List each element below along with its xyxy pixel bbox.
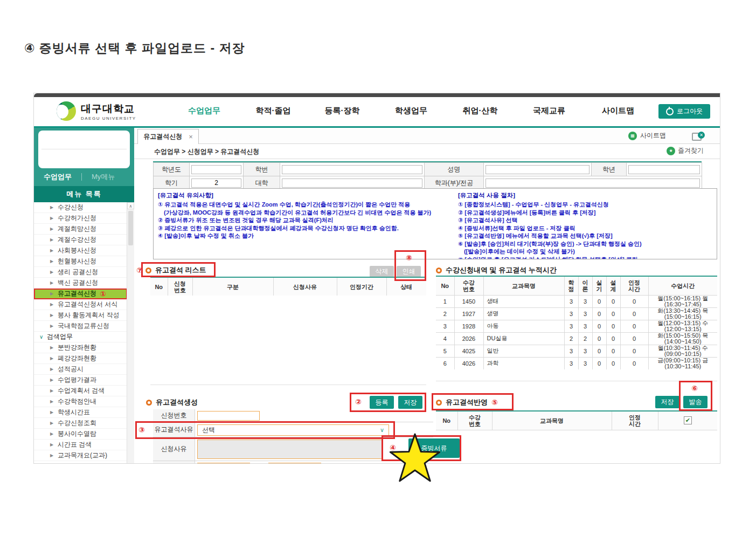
nav-item[interactable]: 사이트맵	[584, 106, 653, 116]
sitemap-button[interactable]: ▦ 사이트맵	[628, 131, 666, 140]
popup-window-icon[interactable]: ✕	[692, 132, 705, 140]
period-start-input[interactable]	[197, 463, 250, 464]
sidebar-menu-item[interactable]: ▶ 수업평가결과	[34, 375, 127, 386]
sidebar-menu-item[interactable]: ▶ 수업계획서 검색	[34, 386, 127, 396]
field-label-major: 학과(부)/전공	[425, 176, 484, 190]
nav-item[interactable]: 수업업무	[170, 106, 239, 116]
app-header: 대구대학교 DAEGU UNIVERSITY 수업업무 학적·졸업 등록·장학 …	[34, 97, 720, 126]
sidebar-menu-item[interactable]: ▶ 헌혈봉사신청	[34, 256, 127, 267]
sidebar-menu-item[interactable]: ▶ 수강학점안내	[34, 396, 127, 407]
course-row: 3 1928 아동 3 3 0 0 0 월(12:00~13:15) 수(12:…	[436, 320, 717, 332]
student-info-form: 학년도 학번 성명 학년 학기 대학 학과(부)/전공	[153, 162, 702, 190]
sidebar-menu-item[interactable]: ▶ 계절희망신청	[34, 224, 127, 235]
breadcrumb: 수업업무 > 신청업무 > 유고결석신청	[154, 147, 259, 156]
courses-table: No 수강 번호 교과목명 학 점 이 론 실 기 설 계 인정 시간 수업시간…	[436, 277, 717, 369]
sidebar-menu-item[interactable]: ▶ 생리 공결신청	[34, 267, 127, 278]
apply-save-button[interactable]: 저장	[655, 396, 679, 408]
tab-yugo-absence[interactable]: 유고결석신청 ×	[137, 129, 199, 144]
sidebar-menu-item[interactable]: ▶ 사회봉사신청	[34, 245, 127, 256]
attach-file-button[interactable]: 증빙서류	[408, 438, 460, 458]
menu-item-label: 수강신청	[58, 203, 84, 212]
chevron-down-icon: ∨	[380, 427, 384, 434]
nav-item[interactable]: 학적·졸업	[239, 106, 308, 116]
major-input[interactable]	[485, 179, 700, 188]
sidebar-menu-item[interactable]: ▶ 시간표 검색	[34, 440, 127, 450]
notice-line: ⑥ [발송]후 [승인]처리 대기(학과(부)장 승인) -> 단과대학 행정실…	[458, 240, 712, 248]
college-input[interactable]	[282, 179, 422, 188]
menu-item-label: 유고결석신청서 서식	[58, 300, 117, 309]
menu-item-label: 분반강좌현황	[58, 343, 96, 352]
sidebar-menu-item[interactable]: ▶ 수강허가신청	[34, 213, 127, 224]
grade-input[interactable]	[628, 165, 700, 174]
menu-item-label: 계절희망신청	[58, 224, 96, 234]
sidebar-menu-item[interactable]: ▶ 교과목개요(교과)	[34, 450, 127, 461]
nav-item[interactable]: 등록·장학	[308, 106, 377, 116]
favorite-button[interactable]: ★ 즐겨찾기	[667, 146, 704, 155]
sidebar: 수업업무 My메뉴 메뉴 목록 ▶ 수강신청 ▶ 수강허가신청	[34, 128, 134, 463]
sidebar-menu-item[interactable]: ▶ 성적공시	[34, 364, 127, 375]
menu-arrow-icon: ▶	[50, 259, 54, 264]
menu-arrow-icon: ▶	[50, 356, 54, 361]
sidebar-menu-item[interactable]: ▶ 계절수강신청	[34, 235, 127, 245]
print-button[interactable]: 인쇄	[397, 266, 421, 277]
student-no-input[interactable]	[282, 165, 422, 174]
notice-line: ③ [유고결석사유] 선택	[458, 216, 712, 224]
menu-item-label: 국내학점교류신청	[58, 321, 109, 331]
scroll-up-icon[interactable]: ∧	[127, 202, 134, 209]
nav-item[interactable]: 학생업무	[377, 106, 446, 116]
sidebar-menu-item[interactable]: ∨ 검색업무	[34, 332, 127, 342]
absence-list-table: No 신청 번호 구분 신청사유 인정기간 상태	[150, 278, 426, 296]
app-no-input[interactable]	[197, 411, 260, 421]
menu-arrow-icon: ▶	[50, 367, 54, 372]
sidebar-menu-item[interactable]: ▶ 유고결석신청서 서식	[34, 299, 127, 310]
menu-item-label: 사회봉사신청	[58, 246, 96, 255]
sidebar-menu-item[interactable]: ▶ 폐강강좌현황	[34, 353, 127, 364]
apply-title: 유고결석반영 ⑤	[436, 397, 498, 407]
annotation-5: ⑤	[491, 398, 498, 407]
notice-line: ④ [증빙서류]선택 후 파일 업로드 - 저장 클릭	[458, 224, 712, 232]
nav-item[interactable]: 국제교류	[515, 106, 584, 116]
menu-item-label: 백신 공결신청	[58, 278, 98, 287]
logout-button[interactable]: 로그아웃	[658, 104, 710, 119]
sidebar-menu-item[interactable]: ▶ 학생시간표	[34, 407, 127, 418]
sidebar-tab-mymenu[interactable]: My메뉴	[82, 172, 124, 182]
menu-arrow-icon: ▶	[50, 388, 54, 393]
sidebar-menu-item[interactable]: ▶ 국내학점교류신청	[34, 321, 127, 332]
logo-title: 대구대학교	[81, 102, 136, 116]
sidebar-menu-item[interactable]: ▶ 수강신청조회	[34, 418, 127, 429]
menu-item-label: 수업계획서 검색	[58, 386, 105, 395]
scrollbar-thumb[interactable]	[128, 211, 133, 245]
page: ④ 증빙서류 선택 후 파일업로드 - 저장 대구대학교 DAEGU UNIVE…	[0, 0, 756, 535]
sidebar-menu-item[interactable]: ▶ 봉사 활동계획서 작성	[34, 310, 127, 321]
reason-select[interactable]: 선택 ∨	[197, 424, 389, 436]
logo-subtitle: DAEGU UNIVERSITY	[81, 116, 136, 121]
send-button[interactable]: 발송	[683, 396, 708, 408]
sidebar-menu-item[interactable]: ▶ 백신 공결신청	[34, 278, 127, 289]
nav-item[interactable]: 취업·산학	[446, 106, 515, 116]
course-row: 1 1450 생태 3 3 0 0 0 월(15:00~16:15) 월(16:…	[436, 295, 717, 307]
sidebar-menu-item[interactable]: ▶ 봉사이수열람	[34, 429, 127, 440]
notice-line: ④ [발송]이후 날짜 수정 및 취소 불가	[158, 232, 449, 240]
sidebar-scrollbar[interactable]: ∧	[127, 202, 134, 463]
sidebar-tab-lecture[interactable]: 수업업무	[34, 172, 81, 182]
menu-item-label: 시간표 검색	[58, 440, 92, 449]
notice-line: ([발송]이후에는 데이터 수정 및 삭제 불가)	[458, 248, 712, 256]
name-input[interactable]	[485, 165, 589, 174]
tab-close-icon[interactable]: ×	[189, 133, 193, 141]
sidebar-user-card	[38, 131, 130, 168]
sidebar-menu-item[interactable]: ▶ 유고결석신청 ①	[34, 289, 127, 299]
menu-item-label: 검색업무	[47, 332, 73, 341]
delete-button[interactable]: 삭제	[370, 266, 394, 277]
create-save-button[interactable]: 저장	[398, 396, 422, 409]
period-end-input[interactable]	[268, 463, 321, 464]
year-input[interactable]	[191, 165, 241, 174]
main-area: 유고결석신청 × ▦ 사이트맵 ✕ 수업업무 > 신청업무 > 유고결석신청 ★…	[134, 128, 720, 463]
sidebar-menu-item[interactable]: ▶ 수강신청	[34, 202, 127, 213]
reason-textarea[interactable]	[197, 440, 383, 459]
sidebar-menu-item[interactable]: ▶ 분반강좌현황	[34, 342, 127, 353]
select-all-checkbox[interactable]: ✔	[684, 416, 692, 424]
semester-input[interactable]	[191, 179, 241, 188]
breadcrumb-row: 수업업무 > 신청업무 > 유고결석신청 ★ 즐겨찾기	[134, 143, 720, 159]
register-button[interactable]: 등록	[370, 396, 394, 409]
menu-arrow-icon: ▶	[50, 324, 54, 328]
